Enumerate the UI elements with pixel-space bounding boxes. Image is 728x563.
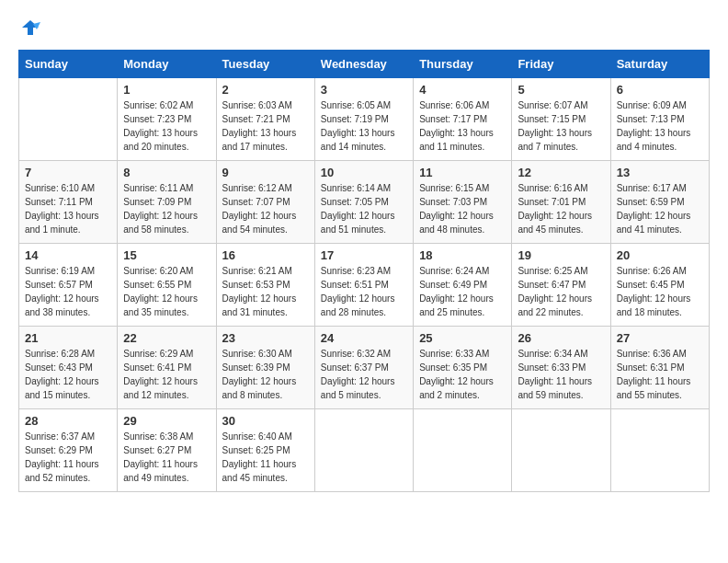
day-info: Sunrise: 6:38 AM Sunset: 6:27 PM Dayligh… [123,430,210,485]
calendar-cell: 10Sunrise: 6:14 AM Sunset: 7:05 PM Dayli… [314,161,413,244]
day-info: Sunrise: 6:06 AM Sunset: 7:17 PM Dayligh… [419,98,506,154]
calendar-week-row: 21Sunrise: 6:28 AM Sunset: 6:43 PM Dayli… [19,327,710,409]
column-header-friday: Friday [512,51,610,78]
day-number: 19 [518,248,604,262]
day-info: Sunrise: 6:03 AM Sunset: 7:21 PM Dayligh… [222,98,309,154]
calendar-cell [610,409,709,492]
day-info: Sunrise: 6:02 AM Sunset: 7:23 PM Dayligh… [123,98,210,154]
column-header-sunday: Sunday [19,51,118,78]
day-info: Sunrise: 6:14 AM Sunset: 7:05 PM Dayligh… [321,181,407,236]
day-number: 1 [123,83,210,97]
calendar-cell: 19Sunrise: 6:25 AM Sunset: 6:47 PM Dayli… [512,244,610,327]
column-header-monday: Monday [118,51,216,78]
day-number: 15 [123,248,210,262]
calendar-cell: 17Sunrise: 6:23 AM Sunset: 6:51 PM Dayli… [314,244,413,327]
calendar-cell [414,409,512,492]
calendar-cell: 25Sunrise: 6:33 AM Sunset: 6:35 PM Dayli… [414,327,512,409]
day-info: Sunrise: 6:16 AM Sunset: 7:01 PM Dayligh… [518,181,604,236]
day-number: 4 [419,83,506,97]
day-info: Sunrise: 6:28 AM Sunset: 6:43 PM Dayligh… [25,347,111,402]
day-info: Sunrise: 6:25 AM Sunset: 6:47 PM Dayligh… [518,264,604,319]
calendar-cell [314,409,413,492]
calendar-cell: 12Sunrise: 6:16 AM Sunset: 7:01 PM Dayli… [512,161,610,244]
calendar-cell: 16Sunrise: 6:21 AM Sunset: 6:53 PM Dayli… [216,244,314,327]
day-info: Sunrise: 6:05 AM Sunset: 7:19 PM Dayligh… [321,98,407,154]
calendar-cell: 3Sunrise: 6:05 AM Sunset: 7:19 PM Daylig… [314,78,413,161]
calendar-cell: 22Sunrise: 6:29 AM Sunset: 6:41 PM Dayli… [118,327,216,409]
calendar-cell: 20Sunrise: 6:26 AM Sunset: 6:45 PM Dayli… [610,244,709,327]
calendar-cell: 23Sunrise: 6:30 AM Sunset: 6:39 PM Dayli… [216,327,314,409]
day-number: 23 [222,331,309,345]
column-header-tuesday: Tuesday [216,51,314,78]
calendar-table: SundayMondayTuesdayWednesdayThursdayFrid… [18,50,710,492]
day-number: 17 [321,248,407,262]
day-info: Sunrise: 6:33 AM Sunset: 6:35 PM Dayligh… [419,347,506,402]
calendar-cell [512,409,610,492]
page-header [18,18,710,35]
calendar-cell: 21Sunrise: 6:28 AM Sunset: 6:43 PM Dayli… [19,327,118,409]
day-info: Sunrise: 6:17 AM Sunset: 6:59 PM Dayligh… [617,181,703,236]
calendar-cell: 26Sunrise: 6:34 AM Sunset: 6:33 PM Dayli… [512,327,610,409]
day-number: 28 [25,414,111,428]
day-number: 21 [25,331,111,345]
day-info: Sunrise: 6:07 AM Sunset: 7:15 PM Dayligh… [518,98,604,154]
day-info: Sunrise: 6:29 AM Sunset: 6:41 PM Dayligh… [123,347,210,402]
day-number: 7 [25,166,111,179]
calendar-week-row: 7Sunrise: 6:10 AM Sunset: 7:11 PM Daylig… [19,161,710,244]
day-info: Sunrise: 6:30 AM Sunset: 6:39 PM Dayligh… [222,347,309,402]
day-info: Sunrise: 6:10 AM Sunset: 7:11 PM Dayligh… [25,181,111,236]
day-number: 14 [25,248,111,262]
calendar-cell: 18Sunrise: 6:24 AM Sunset: 6:49 PM Dayli… [414,244,512,327]
day-number: 3 [321,83,407,97]
calendar-cell: 29Sunrise: 6:38 AM Sunset: 6:27 PM Dayli… [118,409,216,492]
day-info: Sunrise: 6:34 AM Sunset: 6:33 PM Dayligh… [518,347,604,402]
day-info: Sunrise: 6:24 AM Sunset: 6:49 PM Dayligh… [419,264,506,319]
day-number: 9 [222,166,309,179]
calendar-cell: 11Sunrise: 6:15 AM Sunset: 7:03 PM Dayli… [414,161,512,244]
calendar-cell: 13Sunrise: 6:17 AM Sunset: 6:59 PM Dayli… [610,161,709,244]
logo [18,18,40,35]
calendar-cell: 8Sunrise: 6:11 AM Sunset: 7:09 PM Daylig… [118,161,216,244]
day-number: 6 [617,83,703,97]
calendar-cell: 5Sunrise: 6:07 AM Sunset: 7:15 PM Daylig… [512,78,610,161]
day-number: 27 [617,331,703,345]
day-number: 12 [518,166,604,179]
day-info: Sunrise: 6:15 AM Sunset: 7:03 PM Dayligh… [419,181,506,236]
day-number: 18 [419,248,506,262]
calendar-cell: 14Sunrise: 6:19 AM Sunset: 6:57 PM Dayli… [19,244,118,327]
column-header-wednesday: Wednesday [314,51,413,78]
day-number: 8 [123,166,210,179]
day-number: 30 [222,414,309,428]
day-info: Sunrise: 6:12 AM Sunset: 7:07 PM Dayligh… [222,181,309,236]
calendar-cell: 30Sunrise: 6:40 AM Sunset: 6:25 PM Dayli… [216,409,314,492]
calendar-header-row: SundayMondayTuesdayWednesdayThursdayFrid… [19,51,710,78]
day-number: 13 [617,166,703,179]
calendar-cell: 7Sunrise: 6:10 AM Sunset: 7:11 PM Daylig… [19,161,118,244]
calendar-week-row: 14Sunrise: 6:19 AM Sunset: 6:57 PM Dayli… [19,244,710,327]
calendar-cell: 24Sunrise: 6:32 AM Sunset: 6:37 PM Dayli… [314,327,413,409]
day-number: 10 [321,166,407,179]
day-number: 2 [222,83,309,97]
logo-bird-icon [20,18,40,39]
calendar-week-row: 28Sunrise: 6:37 AM Sunset: 6:29 PM Dayli… [19,409,710,492]
calendar-cell: 2Sunrise: 6:03 AM Sunset: 7:21 PM Daylig… [216,78,314,161]
day-info: Sunrise: 6:20 AM Sunset: 6:55 PM Dayligh… [123,264,210,319]
calendar-cell: 9Sunrise: 6:12 AM Sunset: 7:07 PM Daylig… [216,161,314,244]
day-info: Sunrise: 6:23 AM Sunset: 6:51 PM Dayligh… [321,264,407,319]
day-info: Sunrise: 6:40 AM Sunset: 6:25 PM Dayligh… [222,430,309,485]
day-number: 16 [222,248,309,262]
calendar-cell [19,78,118,161]
day-number: 5 [518,83,604,97]
day-info: Sunrise: 6:09 AM Sunset: 7:13 PM Dayligh… [617,98,703,154]
day-info: Sunrise: 6:11 AM Sunset: 7:09 PM Dayligh… [123,181,210,236]
day-number: 25 [419,331,506,345]
calendar-cell: 4Sunrise: 6:06 AM Sunset: 7:17 PM Daylig… [414,78,512,161]
calendar-cell: 27Sunrise: 6:36 AM Sunset: 6:31 PM Dayli… [610,327,709,409]
column-header-thursday: Thursday [414,51,512,78]
day-number: 11 [419,166,506,179]
day-number: 29 [123,414,210,428]
day-info: Sunrise: 6:36 AM Sunset: 6:31 PM Dayligh… [617,347,703,402]
calendar-cell: 6Sunrise: 6:09 AM Sunset: 7:13 PM Daylig… [610,78,709,161]
day-info: Sunrise: 6:37 AM Sunset: 6:29 PM Dayligh… [25,430,111,485]
calendar-cell: 28Sunrise: 6:37 AM Sunset: 6:29 PM Dayli… [19,409,118,492]
